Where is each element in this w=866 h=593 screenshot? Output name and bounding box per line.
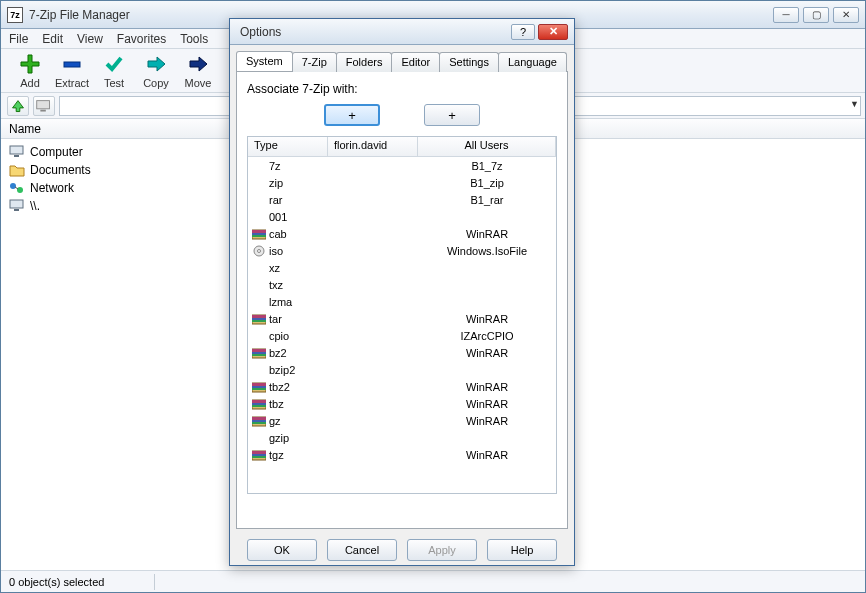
table-row[interactable]: zipB1_zip xyxy=(248,174,556,191)
tab-system[interactable]: System xyxy=(236,51,293,71)
table-row[interactable]: bzip2 xyxy=(248,361,556,378)
table-row[interactable]: txz xyxy=(248,276,556,293)
dropdown-icon[interactable]: ▼ xyxy=(850,99,859,109)
table-row[interactable]: tarWinRAR xyxy=(248,310,556,327)
toolbar-move[interactable]: Move xyxy=(177,53,219,89)
toolbar-add[interactable]: Add xyxy=(9,53,51,89)
cancel-button[interactable]: Cancel xyxy=(327,539,397,561)
table-row[interactable]: cabWinRAR xyxy=(248,225,556,242)
allusers-cell: IZArcCPIO xyxy=(418,330,556,342)
type-label: bz2 xyxy=(269,347,287,359)
network-icon xyxy=(9,181,25,195)
type-label: lzma xyxy=(269,296,292,308)
svg-rect-29 xyxy=(252,400,266,403)
type-label: tbz2 xyxy=(269,381,290,393)
table-row[interactable]: tgzWinRAR xyxy=(248,446,556,463)
type-label: tar xyxy=(269,313,282,325)
table-row[interactable]: xz xyxy=(248,259,556,276)
svg-rect-17 xyxy=(252,315,266,318)
plus-current-user-button[interactable]: + xyxy=(324,104,380,126)
table-row[interactable]: gzWinRAR xyxy=(248,412,556,429)
col-user[interactable]: florin.david xyxy=(328,137,418,156)
archive-icon xyxy=(252,347,266,359)
dialog-titlebar[interactable]: Options ? ✕ xyxy=(230,19,574,45)
minimize-button[interactable]: ─ xyxy=(773,7,799,23)
svg-rect-2 xyxy=(40,109,45,111)
table-row[interactable]: cpioIZArcCPIO xyxy=(248,327,556,344)
up-button[interactable] xyxy=(7,96,29,116)
menu-file[interactable]: File xyxy=(9,32,28,46)
dialog-close-button[interactable]: ✕ xyxy=(538,24,568,40)
computer-icon xyxy=(9,145,25,159)
menu-edit[interactable]: Edit xyxy=(42,32,63,46)
table-row[interactable]: isoWindows.IsoFile xyxy=(248,242,556,259)
ok-button[interactable]: OK xyxy=(247,539,317,561)
col-all[interactable]: All Users xyxy=(418,137,556,156)
statusbar: 0 object(s) selected xyxy=(1,570,865,592)
menu-tools[interactable]: Tools xyxy=(180,32,208,46)
allusers-cell: B1_zip xyxy=(418,177,556,189)
tab-language[interactable]: Language xyxy=(498,52,567,72)
svg-rect-27 xyxy=(252,388,266,390)
svg-rect-4 xyxy=(14,155,19,157)
svg-rect-13 xyxy=(252,235,266,237)
archive-icon xyxy=(252,381,266,393)
type-label: xz xyxy=(269,262,280,274)
table-row[interactable]: rarB1_rar xyxy=(248,191,556,208)
maximize-button[interactable]: ▢ xyxy=(803,7,829,23)
toolbar-test[interactable]: Test xyxy=(93,53,135,89)
allusers-cell: WinRAR xyxy=(418,313,556,325)
options-dialog: Options ? ✕ System 7-Zip Folders Editor … xyxy=(229,18,575,566)
computer-small-icon xyxy=(9,199,25,213)
table-row[interactable]: tbzWinRAR xyxy=(248,395,556,412)
svg-line-7 xyxy=(15,187,18,189)
tab-7zip[interactable]: 7-Zip xyxy=(292,52,337,72)
status-text: 0 object(s) selected xyxy=(9,576,104,588)
toolbar-extract[interactable]: Extract xyxy=(51,53,93,89)
tab-editor[interactable]: Editor xyxy=(391,52,440,72)
table-row[interactable]: 001 xyxy=(248,208,556,225)
table-row[interactable]: lzma xyxy=(248,293,556,310)
svg-rect-1 xyxy=(37,100,50,108)
toolbar-copy[interactable]: Copy xyxy=(135,53,177,89)
svg-point-5 xyxy=(10,183,16,189)
close-button[interactable]: ✕ xyxy=(833,7,859,23)
arrow-right-dark-icon xyxy=(187,53,209,75)
svg-rect-38 xyxy=(252,454,266,456)
associate-label: Associate 7-Zip with: xyxy=(247,82,557,96)
type-label: tbz xyxy=(269,398,284,410)
type-label: tgz xyxy=(269,449,284,461)
svg-point-6 xyxy=(17,187,23,193)
svg-rect-11 xyxy=(252,230,266,233)
table-row[interactable]: bz2WinRAR xyxy=(248,344,556,361)
table-row[interactable]: tbz2WinRAR xyxy=(248,378,556,395)
svg-rect-21 xyxy=(252,349,266,352)
svg-rect-12 xyxy=(252,233,266,235)
apply-button[interactable]: Apply xyxy=(407,539,477,561)
menu-favorites[interactable]: Favorites xyxy=(117,32,166,46)
table-row[interactable]: 7zB1_7z xyxy=(248,157,556,174)
assoc-table-body[interactable]: 7zB1_7zzipB1_ziprarB1_rar001cabWinRARiso… xyxy=(248,157,556,494)
disc-icon xyxy=(252,245,266,257)
type-label: zip xyxy=(269,177,283,189)
arrow-right-icon xyxy=(145,53,167,75)
dialog-buttons: OK Cancel Apply Help xyxy=(230,529,574,571)
allusers-cell: B1_7z xyxy=(418,160,556,172)
plus-all-users-button[interactable]: + xyxy=(424,104,480,126)
svg-rect-3 xyxy=(10,146,23,154)
tab-settings[interactable]: Settings xyxy=(439,52,499,72)
help-button[interactable]: Help xyxy=(487,539,557,561)
computer-icon-button[interactable] xyxy=(33,96,55,116)
svg-rect-25 xyxy=(252,383,266,386)
svg-rect-31 xyxy=(252,405,266,407)
table-row[interactable]: gzip xyxy=(248,429,556,446)
svg-rect-33 xyxy=(252,417,266,420)
menu-view[interactable]: View xyxy=(77,32,103,46)
svg-rect-35 xyxy=(252,422,266,424)
dialog-help-button[interactable]: ? xyxy=(511,24,535,40)
allusers-cell: WinRAR xyxy=(418,449,556,461)
col-type[interactable]: Type xyxy=(248,137,328,156)
tab-folders[interactable]: Folders xyxy=(336,52,393,72)
svg-rect-23 xyxy=(252,354,266,356)
type-label: bzip2 xyxy=(269,364,295,376)
